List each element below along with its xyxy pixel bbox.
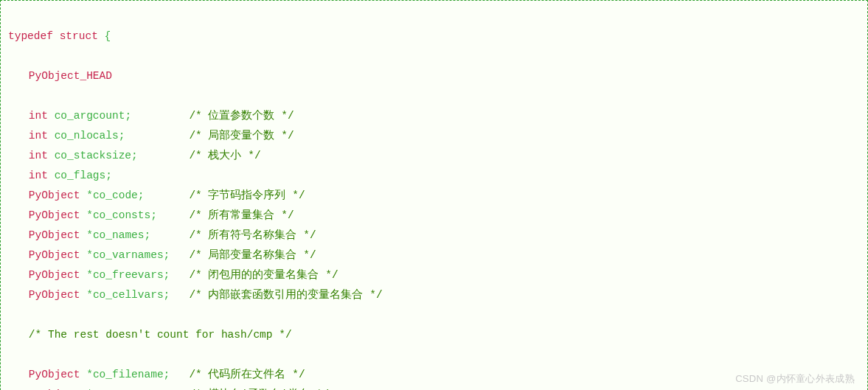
macro-pyobject-head: PyObject_HEAD [29,70,112,82]
field-name: co_names [93,229,145,241]
field-type: int [29,110,48,122]
field-line: PyObject *co_consts;/* 所有常量集合 */ [8,206,860,226]
code-block: typedef struct { PyObject_HEAD int co_ar… [0,0,868,390]
field-declaration: int co_argcount; [29,106,190,126]
pointer-star: * [86,369,93,380]
semicolon: ; [150,209,157,221]
semicolon: ; [164,249,170,261]
semicolon: ; [145,229,151,241]
field-type: int [29,150,48,161]
field-name: co_nlocals [55,130,119,142]
field-line: PyObject *co_freevars;/* 闭包用的的变量名集合 */ [8,265,860,285]
field-declaration: PyObject *co_name; [29,385,190,390]
field-declaration: PyObject *co_filename; [29,365,190,385]
field-declaration: int co_flags; [29,166,190,186]
field-comment: /* 栈大小 */ [189,150,260,161]
field-comment: /* 所有常量集合 */ [189,209,294,221]
field-declaration: PyObject *co_names; [29,226,190,246]
field-line: int co_argcount;/* 位置参数个数 */ [8,106,860,126]
field-line: PyObject *co_names;/* 所有符号名称集合 */ [8,226,860,246]
mid-comment-line: /* The rest doesn't count for hash/cmp *… [8,325,860,345]
field-declaration: PyObject *co_code; [29,186,190,206]
semicolon: ; [119,130,125,142]
field-type: int [29,170,48,181]
field-comment: /* 代码所在文件名 */ [189,369,305,380]
field-comment: /* 局部变量名称集合 */ [189,249,316,261]
field-name: co_flags [55,170,106,181]
field-comment: /* 字节码指令序列 */ [189,189,305,201]
field-name: co_argcount [55,110,125,122]
field-line: int co_flags; [8,166,860,186]
fields-block-2: PyObject *co_filename;/* 代码所在文件名 */PyObj… [8,365,860,390]
pointer-star: * [86,249,93,261]
fields-block-1: int co_argcount;/* 位置参数个数 */int co_nloca… [8,106,860,305]
field-type: PyObject [29,209,80,221]
brace-open: { [105,30,111,42]
field-line: PyObject *co_name;/* 模块名|函数名|类名 */ [8,385,860,390]
field-declaration: PyObject *co_cellvars; [29,285,190,305]
field-comment: /* 闭包用的的变量名集合 */ [189,269,338,281]
field-type: PyObject [29,369,80,380]
field-comment: /* 位置参数个数 */ [189,110,294,122]
field-comment: /* 内部嵌套函数引用的变量名集合 */ [189,289,382,301]
field-comment: /* 局部变量个数 */ [189,130,294,142]
field-declaration: PyObject *co_varnames; [29,246,190,265]
field-declaration: int co_nlocals; [29,126,190,146]
field-name: co_freevars [93,269,164,281]
field-type: PyObject [29,249,80,261]
semicolon: ; [164,269,170,281]
pyobject-head-line: PyObject_HEAD [8,66,860,86]
field-type: PyObject [29,189,80,201]
pointer-star: * [86,229,93,241]
pointer-star: * [86,209,93,221]
field-name: co_filename [93,369,164,380]
struct-open-line: typedef struct { [8,27,860,46]
field-name: co_code [93,189,138,201]
field-type: PyObject [29,229,80,241]
field-declaration: PyObject *co_freevars; [29,265,190,285]
semicolon: ; [164,369,170,380]
field-line: PyObject *co_filename;/* 代码所在文件名 */ [8,365,860,385]
semicolon: ; [131,150,138,161]
field-name: co_stacksize [55,150,131,161]
field-type: PyObject [29,289,80,301]
field-name: co_varnames [93,249,164,261]
field-name: co_cellvars [93,289,164,301]
field-line: PyObject *co_varnames;/* 局部变量名称集合 */ [8,246,860,265]
field-comment: /* 所有符号名称集合 */ [189,229,316,241]
mid-comment: /* The rest doesn't count for hash/cmp *… [29,329,292,341]
keyword-typedef: typedef [8,30,53,42]
field-declaration: int co_stacksize; [29,146,190,166]
semicolon: ; [164,289,170,301]
field-name: co_consts [93,209,150,221]
keyword-struct: struct [60,30,98,42]
pointer-star: * [86,269,93,281]
pointer-star: * [86,289,93,301]
field-declaration: PyObject *co_consts; [29,206,190,226]
field-type: PyObject [29,269,80,281]
pointer-star: * [86,189,93,201]
field-type: int [29,130,48,142]
field-line: PyObject *co_code;/* 字节码指令序列 */ [8,186,860,206]
watermark: CSDN @内怀童心外表成熟 [735,372,855,386]
field-line: PyObject *co_cellvars;/* 内部嵌套函数引用的变量名集合 … [8,285,860,305]
field-line: int co_stacksize;/* 栈大小 */ [8,146,860,166]
semicolon: ; [105,170,112,181]
semicolon: ; [125,110,131,122]
field-line: int co_nlocals;/* 局部变量个数 */ [8,126,860,146]
semicolon: ; [138,189,145,201]
